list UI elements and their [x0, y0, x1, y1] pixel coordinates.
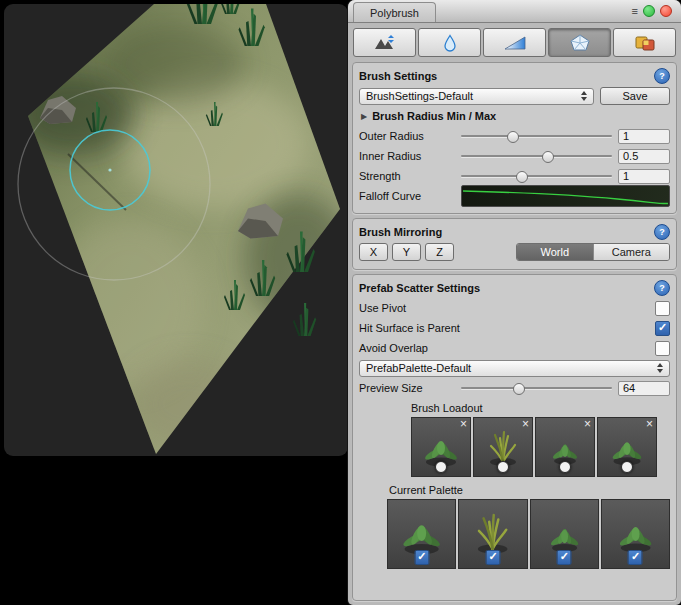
strength-label: Strength [359, 170, 461, 182]
brush-radius-foldout[interactable]: ▶ Brush Radius Min / Max [359, 107, 670, 125]
palette-checkbox[interactable] [485, 550, 500, 565]
use-pivot-checkbox[interactable] [655, 301, 670, 316]
mirror-x-button[interactable]: X [359, 243, 388, 261]
water-drop-icon [438, 34, 462, 52]
preview-size-value[interactable]: 64 [618, 381, 670, 396]
preview-size-label: Preview Size [359, 382, 461, 394]
gradient-triangle-icon [503, 34, 527, 52]
prism-icon [568, 34, 592, 52]
use-pivot-label: Use Pivot [359, 302, 406, 314]
mirror-z-button[interactable]: Z [425, 243, 454, 261]
tool-toolbar [348, 23, 681, 60]
loadout-slot[interactable]: × [411, 417, 471, 477]
loadout-radio[interactable] [621, 461, 633, 473]
loadout-slot[interactable]: × [535, 417, 595, 477]
dropdown-caret-icon [577, 91, 587, 101]
palette-slot[interactable] [458, 499, 527, 569]
palette-preset-dropdown[interactable]: PrefabPalette-Default [359, 360, 670, 377]
palette-checkbox[interactable] [628, 550, 643, 565]
hit-surface-checkbox[interactable] [655, 321, 670, 336]
palette-slot[interactable] [530, 499, 599, 569]
window-menu-icon[interactable]: ≡ [632, 6, 638, 17]
outer-radius-slider[interactable] [461, 129, 612, 143]
falloff-curve-field[interactable] [461, 185, 670, 207]
palette-slot[interactable] [601, 499, 670, 569]
preview-size-slider[interactable] [461, 381, 612, 395]
palette-slot[interactable] [387, 499, 456, 569]
window-titlebar[interactable]: Polybrush ≡ [348, 0, 681, 23]
close-dot-icon[interactable] [660, 5, 672, 17]
loadout-radio[interactable] [497, 461, 509, 473]
polybrush-window: Polybrush ≡ [348, 0, 681, 605]
section-title: Prefab Scatter Settings [359, 282, 480, 294]
brush-mirroring-section: Brush Mirroring ? X Y Z World Camera [352, 218, 677, 270]
loadout-radio[interactable] [559, 461, 571, 473]
help-icon[interactable]: ? [654, 68, 670, 84]
dropdown-caret-icon [653, 363, 663, 373]
texture-tool-button[interactable] [613, 28, 676, 57]
brush-loadout-label: Brush Loadout [411, 402, 670, 414]
brush-preset-value: BrushSettings-Default [366, 90, 473, 102]
save-button[interactable]: Save [600, 87, 670, 105]
prefab-scatter-section: Prefab Scatter Settings ? Use Pivot Hit … [352, 274, 677, 601]
mountain-arrows-icon [373, 34, 397, 52]
strength-slider[interactable] [461, 169, 612, 183]
mirror-space-world[interactable]: World [517, 244, 593, 260]
current-palette-label: Current Palette [389, 484, 670, 496]
remove-icon[interactable]: × [646, 418, 653, 431]
mirror-space-toggle: World Camera [516, 243, 670, 261]
mirror-y-button[interactable]: Y [392, 243, 421, 261]
help-icon[interactable]: ? [654, 224, 670, 240]
paint-tool-button[interactable] [483, 28, 546, 57]
sculpt-tool-button[interactable] [353, 28, 416, 57]
avoid-overlap-label: Avoid Overlap [359, 342, 428, 354]
current-palette-grid [387, 499, 670, 569]
outer-radius-value[interactable]: 1 [618, 129, 670, 144]
brush-center-dot [108, 168, 111, 171]
smooth-tool-button[interactable] [418, 28, 481, 57]
palette-checkbox[interactable] [557, 550, 572, 565]
mirror-space-camera[interactable]: Camera [593, 244, 670, 260]
foldout-arrow-icon: ▶ [361, 112, 367, 121]
terrain-render [4, 4, 348, 456]
brush-settings-section: Brush Settings ? BrushSettings-Default S… [352, 62, 677, 214]
falloff-curve-label: Falloff Curve [359, 190, 461, 202]
desktop: Polybrush ≡ [0, 0, 681, 605]
foldout-label: Brush Radius Min / Max [372, 110, 496, 122]
scene-view[interactable] [4, 4, 348, 456]
inner-radius-label: Inner Radius [359, 150, 461, 162]
inner-radius-slider[interactable] [461, 149, 612, 163]
palette-checkbox[interactable] [414, 550, 429, 565]
titlebar-controls: ≡ [623, 5, 681, 17]
loadout-slot[interactable]: × [473, 417, 533, 477]
maximize-dot-icon[interactable] [643, 5, 655, 17]
loadout-radio[interactable] [435, 461, 447, 473]
window-tab[interactable]: Polybrush [353, 2, 436, 22]
palette-preset-value: PrefabPalette-Default [366, 362, 471, 374]
section-title: Brush Mirroring [359, 226, 442, 238]
strength-value[interactable]: 1 [618, 169, 670, 184]
remove-icon[interactable]: × [460, 418, 467, 431]
window-title: Polybrush [370, 7, 419, 19]
outer-radius-label: Outer Radius [359, 130, 461, 142]
remove-icon[interactable]: × [522, 418, 529, 431]
brush-preset-dropdown[interactable]: BrushSettings-Default [359, 88, 594, 105]
brush-loadout-grid: × × × × [411, 417, 670, 477]
texture-blend-icon [633, 34, 657, 52]
avoid-overlap-checkbox[interactable] [655, 341, 670, 356]
loadout-slot[interactable]: × [597, 417, 657, 477]
falloff-curve-graph [462, 186, 669, 206]
inner-radius-value[interactable]: 0.5 [618, 149, 670, 164]
help-icon[interactable]: ? [654, 280, 670, 296]
remove-icon[interactable]: × [584, 418, 591, 431]
section-title: Brush Settings [359, 70, 437, 82]
scatter-tool-button[interactable] [548, 28, 611, 57]
hit-surface-label: Hit Surface is Parent [359, 322, 460, 334]
